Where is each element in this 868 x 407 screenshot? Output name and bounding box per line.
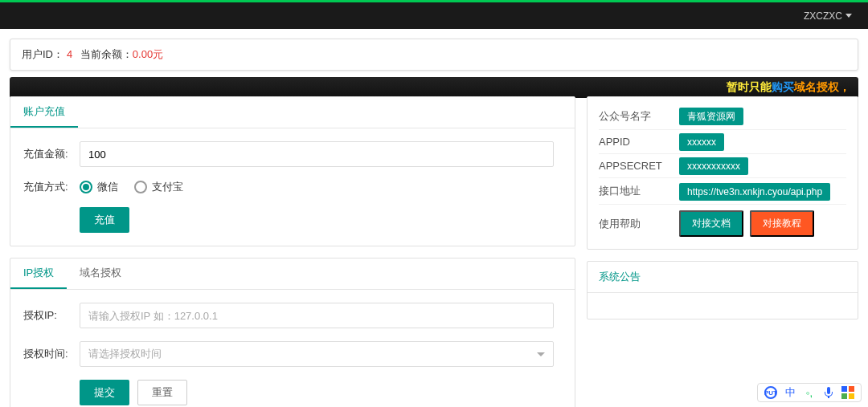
marquee-text: 暂时只能购买域名授权， [727,80,850,95]
amount-input[interactable] [80,141,554,167]
auth-submit-button[interactable]: 提交 [80,380,129,405]
notice-card: 系统公告 [587,261,858,319]
uid-value: 4 [67,48,72,60]
wechat-name-badge: 青狐资源网 [679,108,743,125]
radio-checked-icon [80,181,92,193]
radio-unchecked-icon [134,181,147,193]
tab-domain-auth[interactable]: 域名授权 [67,258,134,289]
radio-wechat[interactable]: 微信 [80,180,118,194]
user-info-strip: 用户ID：4 当前余额：0.00元 [10,39,858,71]
ime-toolbar: PUT 中 ◦, [757,383,862,402]
method-label: 充值方式: [23,180,80,194]
api-info-card: 公众号名字 青狐资源网 APPID xxxxxx APPSECRET xxxxx… [587,96,858,250]
recharge-button[interactable]: 充值 [80,207,129,233]
help-label: 使用帮助 [599,217,679,231]
tab-recharge[interactable]: 账户充值 [10,97,78,128]
chevron-down-icon [537,352,545,356]
marquee-bar: 暂时只能购买域名授权， [10,77,858,98]
appsecret-badge: xxxxxxxxxxx [679,157,748,175]
balance-value: 0.00元 [133,48,163,60]
auth-time-label: 授权时间: [23,347,80,361]
appid-label: APPID [599,136,679,148]
auth-time-placeholder: 请选择授权时间 [88,347,162,361]
auth-tabs: IP授权 域名授权 [10,258,575,290]
recharge-tabs: 账户充值 [10,97,575,128]
uid-label: 用户ID： [22,48,63,60]
lang-cn-icon[interactable]: 中 [784,386,796,399]
auth-ip-input[interactable] [80,303,554,328]
amount-label: 充值金额: [23,147,80,161]
api-url-label: 接口地址 [599,184,679,198]
balance-label: 当前余额： [77,48,133,60]
microphone-icon[interactable] [822,386,835,399]
wechat-label: 微信 [97,180,118,194]
grid-icon[interactable] [841,386,854,399]
punctuation-icon[interactable]: ◦, [803,386,816,399]
ime-icon[interactable]: PUT [764,386,777,399]
radio-alipay[interactable]: 支付宝 [134,180,183,194]
header-bar: ZXCZXC [0,0,868,29]
chevron-down-icon [845,14,852,18]
appsecret-label: APPSECRET [599,160,679,172]
tab-ip-auth[interactable]: IP授权 [10,258,67,289]
auth-ip-label: 授权IP: [23,308,80,323]
notice-title: 系统公告 [588,262,858,293]
auth-card: IP授权 域名授权 授权IP: 授权时间: 请选择授权时间 [10,258,575,407]
recharge-card: 账户充值 充值金额: 充值方式: 微信 [10,96,575,246]
api-url-badge: https://tve3n.xnkjn.cyou/api.php [679,183,830,201]
auth-time-select[interactable]: 请选择授权时间 [80,341,554,367]
doc-button[interactable]: 对接文档 [679,210,743,237]
alipay-label: 支付宝 [152,180,183,194]
user-dropdown[interactable]: ZXCZXC [804,10,852,22]
wechat-name-label: 公众号名字 [599,109,679,124]
auth-reset-button[interactable]: 重置 [137,380,187,405]
username-label: ZXCZXC [804,10,842,22]
appid-badge: xxxxxx [679,133,724,151]
tutorial-button[interactable]: 对接教程 [750,210,814,237]
